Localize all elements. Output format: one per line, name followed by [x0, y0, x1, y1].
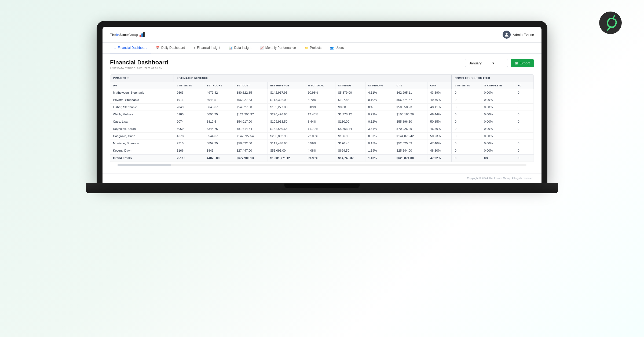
- nav-monthly-performance[interactable]: 📈 Monthly Performance: [256, 43, 300, 53]
- export-label: Export: [519, 61, 530, 65]
- cell-dm: Case, Lisa: [110, 118, 174, 125]
- cell-visits: 4678: [174, 133, 204, 140]
- cell-est-revenue: $109,913.50: [268, 118, 305, 125]
- cell-est-hours: 3859.75: [204, 140, 234, 147]
- table-row: Case, Lisa 2074 3812.5 $54,017.00 $109,9…: [110, 118, 534, 125]
- nav-daily-dashboard[interactable]: 📅 Daily Dashboard: [152, 43, 189, 53]
- cell-c-visits: 0: [452, 133, 481, 140]
- cell-est-revenue: $113,302.00: [268, 96, 305, 104]
- cell-est-hours: 3812.5: [204, 118, 234, 125]
- cell-c-visits: 0: [452, 96, 481, 104]
- cell-stipend-pct: 0.79%: [365, 111, 394, 118]
- totals-c-visits: 0: [452, 154, 481, 162]
- cell-est-hours: 3645.67: [204, 104, 234, 111]
- table-row: Privette, Stephanie 1911 3945.5 $56,927.…: [110, 96, 534, 104]
- cell-dm: Morrison, Shannon: [110, 140, 174, 147]
- section-completed: COMPLETED ESTIMATED: [452, 75, 533, 82]
- calendar-icon: 📅: [156, 46, 160, 50]
- cell-visits: 2315: [174, 140, 204, 147]
- cell-c-visits: 0: [452, 104, 481, 111]
- cell-pct-total: 8.09%: [305, 104, 335, 111]
- cell-hc: 0: [515, 140, 534, 147]
- cell-pct-total: 8.70%: [305, 96, 335, 104]
- cell-est-revenue: $111,448.63: [268, 140, 305, 147]
- cell-stipend-pct: 0%: [365, 104, 394, 111]
- cell-dm: Cosgrove, Carla: [110, 133, 174, 140]
- totals-stipend-pct: 1.13%: [365, 154, 394, 162]
- totals-stipends: $14,745.37: [335, 154, 365, 162]
- cell-c-visits: 0: [452, 89, 481, 96]
- cell-stipend-pct: 4.11%: [365, 89, 394, 96]
- cell-c-complete: 0.00%: [481, 104, 515, 111]
- last-sync-label: LAST DATA SYNCED: 01/01/2025 01:31 AM: [110, 67, 168, 69]
- cell-est-revenue: $105,277.83: [268, 104, 305, 111]
- totals-est-hours: 44075.00: [204, 154, 234, 162]
- cell-stipend-pct: 1.19%: [365, 147, 394, 155]
- col-est-hours: EST HOURS: [204, 82, 234, 89]
- cell-est-cost: $54,627.60: [234, 104, 268, 111]
- svg-point-0: [599, 12, 622, 34]
- nav-data-insight[interactable]: 📊 Data Insight: [225, 43, 255, 53]
- cell-est-hours: 8544.67: [204, 133, 234, 140]
- nav-financial-insight-label: Financial Insight: [197, 46, 220, 50]
- month-select[interactable]: January ▾: [465, 59, 508, 67]
- bar-icon: 📈: [260, 46, 264, 50]
- table-row: Morrison, Shannon 2315 3859.75 $58,622.8…: [110, 140, 534, 147]
- totals-est-cost: $677,900.13: [234, 154, 268, 162]
- col-gp-pct: GP%: [427, 82, 452, 89]
- cell-c-visits: 0: [452, 118, 481, 125]
- app-header: TheInStoreGroup Admin Evince: [103, 27, 541, 43]
- table-row: Webb, Melissa 5185 8093.75 $121,293.37 $…: [110, 111, 534, 118]
- nav-users-label: Users: [335, 46, 344, 50]
- cell-stipends: $107.88: [335, 96, 365, 104]
- totals-hc: 0: [515, 154, 534, 162]
- export-button[interactable]: ⊞ Export: [511, 59, 534, 67]
- nav-users[interactable]: 👥 Users: [326, 43, 347, 53]
- cell-stipends: $5,853.44: [335, 125, 365, 133]
- user-info: Admin Evince: [503, 31, 534, 39]
- cell-stipend-pct: 0.12%: [365, 118, 394, 125]
- table-row: Mathewson, Stephanie 2663 4979.42 $80,62…: [110, 89, 534, 96]
- grid-icon: ⊞: [114, 46, 116, 50]
- cell-visits: 2663: [174, 89, 204, 96]
- cell-gp-pct: 48.30%: [427, 147, 452, 155]
- cell-c-complete: 0.00%: [481, 96, 515, 104]
- main-content: Financial Dashboard LAST DATA SYNCED: 01…: [103, 54, 541, 173]
- cell-gps: $62,295.11: [394, 89, 427, 96]
- cell-visits: 5185: [174, 111, 204, 118]
- cell-hc: 0: [515, 118, 534, 125]
- cell-gps: $70,926.29: [394, 125, 427, 133]
- cell-c-complete: 0.00%: [481, 111, 515, 118]
- col-header-row: DM # OF VISITS EST HOURS EST COST EST RE…: [110, 82, 534, 89]
- totals-c-complete: 0%: [481, 154, 515, 162]
- cell-est-cost: $81,614.34: [234, 125, 268, 133]
- cell-est-cost: $142,727.54: [234, 133, 268, 140]
- cell-est-cost: $80,622.85: [234, 89, 268, 96]
- nav-daily-dashboard-label: Daily Dashboard: [161, 46, 185, 50]
- cell-stipends: $196.95: [335, 133, 365, 140]
- cell-visits: 3069: [174, 125, 204, 133]
- scrollbar-thumb[interactable]: [118, 164, 171, 166]
- cell-dm: Privette, Stephanie: [110, 96, 174, 104]
- cell-c-complete: 0.00%: [481, 140, 515, 147]
- nav-data-insight-label: Data Insight: [234, 46, 251, 50]
- nav-financial-dashboard[interactable]: ⊞ Financial Dashboard: [110, 43, 151, 53]
- col-c-visits: # OF VISITS: [452, 82, 481, 89]
- cell-stipend-pct: 3.84%: [365, 125, 394, 133]
- cell-est-hours: 3945.5: [204, 96, 234, 104]
- totals-label: Grand Totals: [110, 154, 174, 162]
- cell-est-hours: 8093.75: [204, 111, 234, 118]
- totals-gps: $623,871.00: [394, 154, 427, 162]
- horizontal-scrollbar[interactable]: [118, 164, 526, 166]
- cell-pct-total: 11.72%: [305, 125, 335, 133]
- nav-projects[interactable]: 📁 Projects: [301, 43, 325, 53]
- corner-logo: [598, 11, 623, 35]
- cell-stipends: $0.00: [335, 104, 365, 111]
- cell-c-complete: 0.00%: [481, 133, 515, 140]
- nav-financial-insight[interactable]: $ Financial Insight: [190, 43, 224, 53]
- col-dm: DM: [110, 82, 174, 89]
- cell-visits: 2074: [174, 118, 204, 125]
- avatar: [503, 31, 511, 39]
- footer: Copyright © 2024 The Instore Group. All …: [103, 173, 541, 183]
- logo-bar-dark: [143, 32, 145, 37]
